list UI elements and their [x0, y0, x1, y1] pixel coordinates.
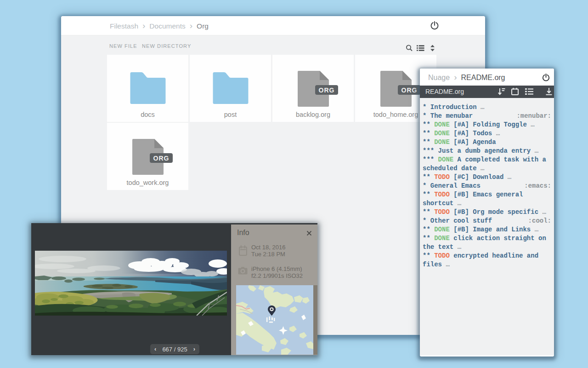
svg-text:ORG: ORG [319, 86, 335, 94]
svg-text:ORG: ORG [153, 155, 170, 162]
svg-text:ORG: ORG [401, 86, 418, 94]
